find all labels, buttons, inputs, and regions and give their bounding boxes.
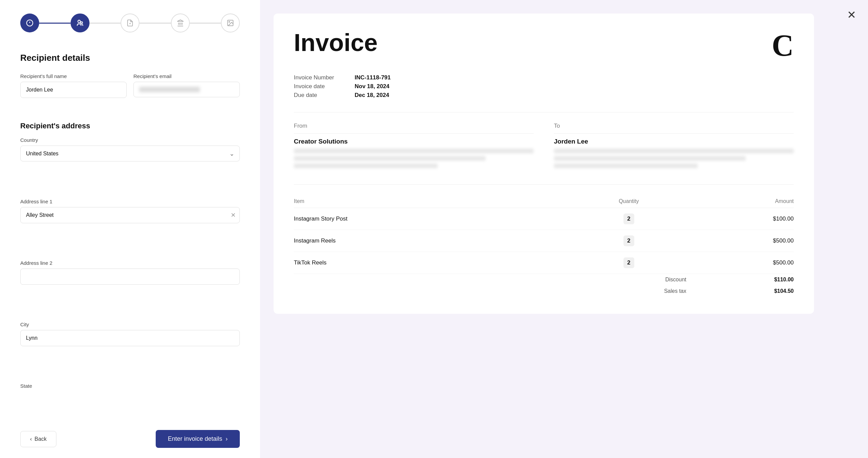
invoice-logo: C [772, 30, 794, 61]
to-address-line3 [554, 163, 698, 168]
step-line-2 [90, 23, 121, 24]
email-label: Recipient's email [133, 73, 240, 79]
address1-input-wrapper: ✕ [20, 207, 240, 223]
invoice-parties: From Creator Solutions To Jorden Lee [294, 123, 794, 171]
invoice-title: Invoice [294, 30, 378, 55]
city-input[interactable] [20, 330, 240, 346]
address2-group: Address line 2 [20, 260, 240, 315]
from-address-line1 [294, 149, 534, 153]
step-line-4 [190, 23, 221, 24]
summary-row: Sales tax $104.50 [294, 285, 794, 297]
item-name: TikTok Reels [294, 252, 571, 274]
divider-1 [294, 112, 794, 112]
col-amount: Amount [686, 195, 794, 208]
country-select[interactable]: United States [20, 146, 240, 161]
item-amount: $500.00 [686, 252, 794, 274]
chevron-right-icon: › [226, 435, 228, 442]
address1-clear-button[interactable]: ✕ [231, 212, 236, 218]
city-label: City [20, 322, 240, 327]
full-name-label: Recipient's full name [20, 73, 127, 79]
to-col: To Jorden Lee [554, 123, 794, 171]
country-label: Country [20, 137, 240, 143]
stepper [20, 14, 240, 32]
state-label: State [20, 383, 240, 389]
invoice-meta: Invoice Number INC-1118-791 Invoice date… [294, 74, 794, 99]
table-row: Instagram Reels 2 $500.00 [294, 230, 794, 252]
address1-label: Address line 1 [20, 199, 240, 204]
svg-point-5 [130, 23, 130, 24]
item-quantity: 2 [571, 208, 686, 230]
divider-2 [294, 184, 794, 185]
full-name-group: Recipient's full name [20, 73, 127, 98]
invoice-date-row: Invoice date Nov 18, 2024 [294, 83, 794, 90]
from-label: From [294, 123, 534, 129]
full-name-input[interactable] [20, 82, 127, 98]
invoice-due-row: Due date Dec 18, 2024 [294, 92, 794, 99]
step-line-1 [39, 23, 71, 24]
svg-point-13 [229, 21, 230, 22]
chevron-left-icon: ‹ [30, 436, 32, 442]
from-address-line2 [294, 156, 486, 161]
back-button[interactable]: ‹ Back [20, 431, 56, 447]
next-button[interactable]: Enter invoice details › [156, 430, 240, 448]
subsection-title: Recipient's address [20, 122, 240, 130]
item-quantity: 2 [571, 252, 686, 274]
to-name: Jorden Lee [554, 138, 794, 145]
address2-input[interactable] [20, 269, 240, 285]
svg-point-4 [80, 22, 82, 24]
step-bank[interactable] [171, 14, 190, 32]
step-info[interactable] [20, 14, 39, 32]
address1-group: Address line 1 ✕ [20, 199, 240, 253]
step-line-3 [139, 23, 171, 24]
invoice-date-value: Nov 18, 2024 [355, 83, 389, 90]
invoice-number-row: Invoice Number INC-1118-791 [294, 74, 794, 81]
invoice-number-value: INC-1118-791 [355, 74, 391, 81]
item-name: Instagram Reels [294, 230, 571, 252]
from-col: From Creator Solutions [294, 123, 534, 171]
email-group: Recipient's email [133, 73, 240, 98]
step-recipients[interactable] [71, 14, 90, 32]
item-name: Instagram Story Post [294, 208, 571, 230]
from-name: Creator Solutions [294, 138, 534, 145]
left-panel: Recipient details Recipient's full name … [0, 0, 260, 458]
to-address-line2 [554, 156, 746, 161]
item-amount: $100.00 [686, 208, 794, 230]
invoice-card: Invoice C Invoice Number INC-1118-791 In… [274, 14, 814, 314]
invoice-due-value: Dec 18, 2024 [355, 92, 389, 99]
invoice-header: Invoice C [294, 30, 794, 61]
col-quantity: Quantity [571, 195, 686, 208]
address1-input[interactable] [20, 207, 240, 223]
invoice-date-label: Invoice date [294, 83, 341, 90]
back-label: Back [34, 436, 47, 442]
country-group: Country United States ⌄ [20, 137, 240, 192]
to-address-line1 [554, 149, 794, 153]
step-preview[interactable] [221, 14, 240, 32]
country-select-wrapper[interactable]: United States ⌄ [20, 146, 240, 161]
summary-row: Discount $110.00 [294, 274, 794, 286]
right-panel: ✕ Invoice C Invoice Number INC-1118-791 … [260, 0, 868, 458]
item-amount: $500.00 [686, 230, 794, 252]
table-row: TikTok Reels 2 $500.00 [294, 252, 794, 274]
address2-label: Address line 2 [20, 260, 240, 266]
section-title: Recipient details [20, 53, 240, 63]
to-label: To [554, 123, 794, 129]
invoice-table: Item Quantity Amount Instagram Story Pos… [294, 195, 794, 297]
table-header-row: Item Quantity Amount [294, 195, 794, 208]
step-document[interactable] [121, 14, 139, 32]
state-group: State [20, 383, 240, 438]
bottom-bar: ‹ Back Enter invoice details › [20, 430, 240, 448]
invoice-number-label: Invoice Number [294, 74, 341, 81]
from-address-line3 [294, 163, 438, 168]
svg-marker-11 [177, 20, 183, 22]
svg-point-3 [78, 20, 80, 23]
city-group: City [20, 322, 240, 376]
item-quantity: 2 [571, 230, 686, 252]
table-row: Instagram Story Post 2 $100.00 [294, 208, 794, 230]
name-email-row: Recipient's full name Recipient's email [20, 73, 240, 105]
next-label: Enter invoice details [168, 435, 222, 442]
invoice-due-label: Due date [294, 92, 341, 99]
close-button[interactable]: ✕ [847, 8, 856, 21]
col-item: Item [294, 195, 571, 208]
